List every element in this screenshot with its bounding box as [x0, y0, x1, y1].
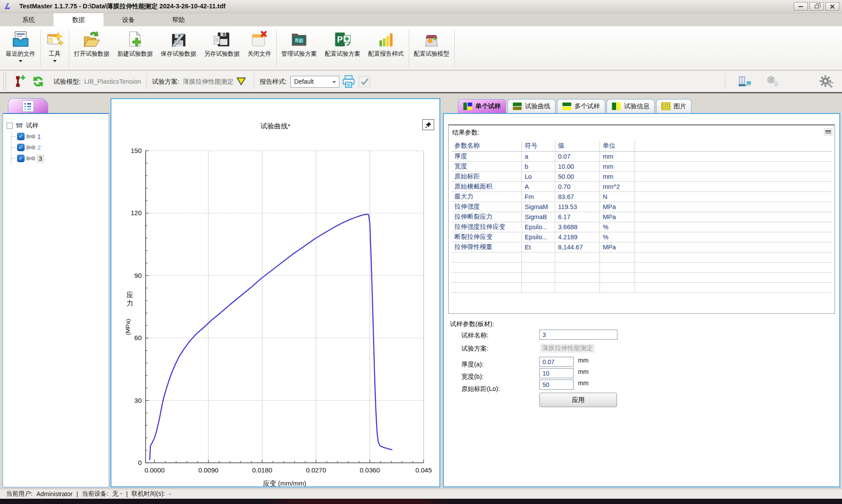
- tab-picture[interactable]: 图片: [656, 99, 692, 113]
- tab-label: 试验曲线: [525, 102, 550, 110]
- result-cell: [635, 202, 832, 212]
- ribbon-button-save-as-test-data[interactable]: 另存试验数据: [200, 27, 244, 70]
- test-curve-chart: 03060901201500.00000.00900.01800.02700.0…: [111, 99, 439, 486]
- filter-button[interactable]: [234, 72, 249, 91]
- maximize-button[interactable]: [810, 2, 824, 11]
- window-title: TestMaster 1.1.7.75 - D:\Data\薄膜拉伸性能测定 2…: [19, 2, 225, 11]
- result-row-2[interactable]: 宽度b10.00mm: [451, 161, 832, 171]
- chart-panel: 03060901201500.00000.00900.01800.02700.0…: [111, 98, 440, 487]
- result-cell: Epsilo...: [521, 232, 555, 242]
- result-row-10[interactable]: 拉伸弹性模量Et8,144.67MPa: [451, 242, 832, 252]
- test-machine-button[interactable]: [731, 72, 759, 91]
- result-row-3[interactable]: 原始标距Lo50.00mm: [451, 171, 832, 181]
- result-cell: mm: [599, 161, 635, 171]
- result-cell: Epsilo...: [521, 222, 555, 232]
- refresh-button[interactable]: [29, 72, 47, 91]
- ribbon-button-config-report-style[interactable]: 配置报告样式: [364, 27, 408, 70]
- menu-tab-2[interactable]: 数据: [54, 13, 103, 26]
- result-row-9[interactable]: 断裂拉伸应变Epsilo...4.2189%: [451, 232, 832, 242]
- result-cell: 83.67: [555, 192, 599, 202]
- ribbon-button-recent-files[interactable]: 最近的文件: [2, 27, 39, 70]
- thickness-label: 厚度(a):: [461, 360, 484, 369]
- tab-picture-icon: [661, 102, 671, 110]
- result-row-7[interactable]: 拉伸断裂应力SigmaB6.17MPa: [451, 212, 832, 222]
- checkbox-unchecked[interactable]: [7, 123, 13, 129]
- ribbon-button-open-test-data[interactable]: 打开试验数据: [70, 27, 114, 70]
- empty-row[interactable]: [451, 262, 832, 272]
- result-cell: [635, 151, 832, 161]
- width-input[interactable]: [539, 368, 574, 378]
- tab-test-info[interactable]: 试验信息: [607, 99, 655, 113]
- ribbon-button-close-file[interactable]: 关闭文件: [244, 27, 275, 70]
- confirm-button[interactable]: [355, 72, 374, 91]
- close-button[interactable]: [825, 2, 839, 11]
- empty-row[interactable]: [451, 252, 832, 262]
- result-row-8[interactable]: 拉伸强度拉伸应变Epsilo...3.6688%: [451, 222, 832, 232]
- checkbox-checked[interactable]: ✓: [17, 155, 25, 162]
- minimize-icon: [799, 6, 803, 7]
- result-row-6[interactable]: 拉伸强度SigmaM119.53MPa: [451, 202, 832, 212]
- status-bar: 当前用户: Administrator | 当前设备: 无 - | 联机时间(s…: [0, 489, 842, 499]
- svg-text:120: 120: [131, 209, 142, 217]
- ribbon-button-label: 另存试验数据: [204, 50, 240, 58]
- report-style-value: Default: [294, 78, 314, 85]
- result-row-1[interactable]: 厚度a0.07mm: [451, 151, 832, 161]
- ribbon-button-config-test-model[interactable]: 配置试验模型: [410, 27, 453, 70]
- empty-row[interactable]: [451, 282, 832, 292]
- settings-button[interactable]: [817, 72, 836, 91]
- pin-icon: [425, 121, 432, 128]
- ribbon-button-new-test-data[interactable]: 新建试验数据: [114, 27, 157, 70]
- tree-root-specimens[interactable]: 试样: [7, 120, 107, 131]
- result-row-5[interactable]: 最大力Fm83.67N: [451, 192, 832, 202]
- chart-title: 试验曲线*: [111, 122, 439, 131]
- result-cell: 10.00: [555, 161, 599, 171]
- result-row-4[interactable]: 原始横截面积A0.70mm^2: [451, 181, 832, 192]
- config-test-model-icon: [422, 30, 441, 49]
- ribbon-button-label: 打开试验数据: [74, 50, 110, 58]
- result-cell: 6.17: [555, 212, 599, 222]
- toolbar-grip[interactable]: [4, 73, 6, 90]
- device-offline-button[interactable]: [759, 72, 787, 91]
- result-cell: [635, 161, 832, 171]
- test-machine-icon: [738, 75, 752, 89]
- tab-specimen-list[interactable]: [8, 98, 48, 113]
- minimize-button[interactable]: [794, 2, 808, 11]
- secondary-toolbar: 试验模型: LIB_PlasticsTension 试验方案: 薄膜拉伸性能测定…: [0, 71, 842, 93]
- ribbon-button-label: 配置试验模型: [414, 50, 450, 58]
- ribbon-button-config-test-plan[interactable]: P配置试验方案: [321, 27, 364, 70]
- ribbon-button-save-test-data[interactable]: 保存试验数据: [157, 27, 200, 70]
- tab-single-specimen[interactable]: 单个试样: [458, 99, 506, 113]
- results-column-header: 单位: [599, 140, 635, 151]
- tab-test-curve[interactable]: 试验曲线: [507, 99, 556, 113]
- ribbon-button-tools[interactable]: 工具: [42, 27, 68, 70]
- specimen-name-input[interactable]: [539, 330, 617, 340]
- specimen-list-icon: [22, 100, 34, 112]
- report-style-select[interactable]: Default: [290, 76, 339, 88]
- table-menu-button[interactable]: [824, 128, 832, 135]
- apply-button[interactable]: 应用: [539, 393, 617, 407]
- empty-row[interactable]: [451, 272, 832, 282]
- gauge-input[interactable]: [539, 380, 574, 390]
- menu-tab-3[interactable]: 设备: [103, 13, 153, 26]
- filter-icon: [236, 77, 246, 86]
- result-cell: N: [599, 192, 635, 202]
- menu-tab-1[interactable]: 系统: [4, 13, 54, 26]
- thickness-input[interactable]: [539, 357, 574, 367]
- form-title: 试样参数(板材):: [450, 320, 494, 328]
- thickness-unit: mm: [578, 357, 589, 364]
- svg-text:0.0270: 0.0270: [306, 466, 326, 474]
- checkbox-checked[interactable]: ✓: [17, 144, 25, 151]
- ribbon-button-label: 配置报告样式: [368, 50, 404, 58]
- gauge-unit: mm: [578, 380, 589, 387]
- tree-item-specimen-1[interactable]: ✓1: [11, 131, 107, 142]
- tree-item-specimen-2[interactable]: ✓2: [11, 142, 107, 153]
- add-specimen-button[interactable]: [11, 72, 29, 91]
- menu-tab-4[interactable]: 帮助: [153, 13, 203, 26]
- result-cell: SigmaB: [521, 212, 555, 222]
- tab-multi-specimen[interactable]: 多个试样: [557, 99, 605, 113]
- checkbox-checked[interactable]: ✓: [17, 133, 25, 140]
- tree-item-specimen-3[interactable]: ✓3: [11, 153, 107, 164]
- ribbon-button-manage-test-plan[interactable]: 管理试验方案: [278, 27, 321, 70]
- svg-text:0.045: 0.045: [415, 466, 432, 474]
- pin-chart-button[interactable]: [422, 119, 434, 130]
